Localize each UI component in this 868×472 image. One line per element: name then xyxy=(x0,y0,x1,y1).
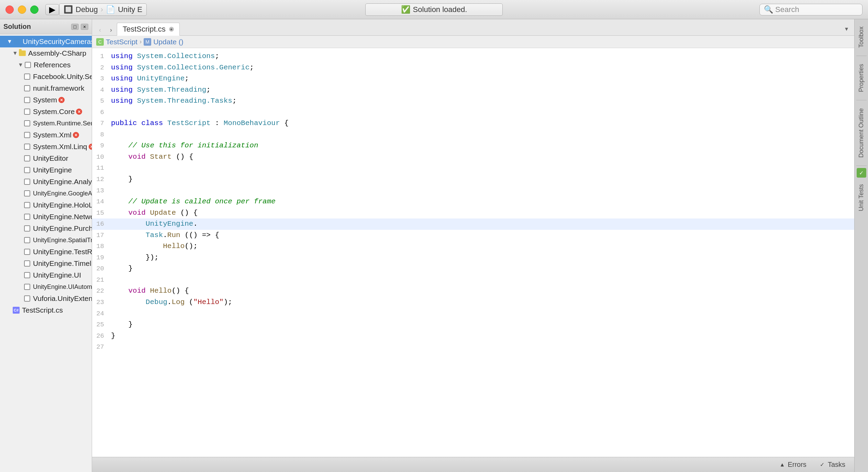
panel-separator-1 xyxy=(856,56,867,56)
unit-tests-icon[interactable]: ✓ xyxy=(857,168,866,178)
play-icon: ▶ xyxy=(49,5,55,14)
tab-dropdown[interactable]: ▾ xyxy=(841,22,852,35)
forward-button[interactable]: › xyxy=(106,24,116,35)
ref-icon-unity-testrunner xyxy=(23,248,31,256)
debug-icon: 🔲 xyxy=(64,5,73,14)
ref-facebook[interactable]: Facebook.Unity.Settings xyxy=(0,71,92,82)
main-container: Solution □ × ▼ UnitySecurityCameras ⚙ ▼ xyxy=(0,19,868,472)
ref-system-core[interactable]: System.Core × xyxy=(0,106,92,117)
close-button[interactable] xyxy=(5,5,14,14)
ref-unity-timeline[interactable]: UnityEngine.Timeline xyxy=(0,258,92,269)
ref-unity-spatial[interactable]: UnityEngine.SpatialTracking xyxy=(0,234,92,246)
traffic-lights xyxy=(5,5,38,14)
ref-unity-purchasing-label: UnityEngine.Purchasing xyxy=(33,224,92,233)
ref-unity-google-label: UnityEngine.GoogleAudioSpat xyxy=(33,190,92,197)
titlebar: ▶ 🔲 Debug › 📄 Unity E ✅ Solution loaded.… xyxy=(0,0,868,19)
project-item[interactable]: ▼ UnitySecurityCameras ⚙ xyxy=(0,36,92,47)
active-tab[interactable]: TestScript.cs ● xyxy=(117,23,180,36)
toolbox-tab[interactable]: Toolbox xyxy=(856,21,867,54)
ref-unity-analytics[interactable]: UnityEngine.Analytics xyxy=(0,176,92,188)
code-line-1: 1 using System.Collections; xyxy=(92,51,854,62)
sidebar-header: Solution □ × xyxy=(0,19,92,34)
ref-facebook-label: Facebook.Unity.Settings xyxy=(33,72,92,81)
debug-selector[interactable]: 🔲 Debug › 📄 Unity E xyxy=(59,3,147,16)
panel-separator-2 xyxy=(856,100,867,100)
references-label: References xyxy=(34,61,70,69)
sidebar-minimize-btn[interactable]: □ xyxy=(71,24,79,30)
error-badge-system-core: × xyxy=(76,109,82,115)
ref-unity-editor[interactable]: UnityEditor xyxy=(0,153,92,164)
status-bar: ✅ Solution loaded. xyxy=(365,3,503,16)
properties-tab[interactable]: Properties xyxy=(856,58,867,98)
back-button[interactable]: ‹ xyxy=(95,24,105,35)
ref-icon-unity-spatial xyxy=(23,236,31,244)
code-line-20: 20 } xyxy=(92,263,854,274)
tab-bar: ‹ › TestScript.cs ● ▾ xyxy=(92,19,854,36)
minimize-button[interactable] xyxy=(18,5,26,14)
ref-unity-analytics-label: UnityEngine.Analytics xyxy=(33,178,92,186)
code-line-21: 21 xyxy=(92,274,854,286)
ref-unity-uiautomation[interactable]: UnityEngine.UIAutomation xyxy=(0,281,92,293)
sidebar-close-btn[interactable]: × xyxy=(81,24,88,30)
ref-unity-networking[interactable]: UnityEngine.Networking xyxy=(0,211,92,223)
assembly-icon xyxy=(19,49,26,57)
code-line-2: 2 using System.Collections.Generic; xyxy=(92,62,854,74)
ref-nunit[interactable]: nunit.framework xyxy=(0,82,92,94)
breadcrumb-method[interactable]: Update () xyxy=(153,38,183,46)
cs-file-icon: C# xyxy=(12,306,20,314)
search-bar[interactable]: 🔍 Search xyxy=(759,4,863,15)
ref-unity-purchasing[interactable]: UnityEngine.Purchasing xyxy=(0,223,92,234)
ref-icon-nunit xyxy=(23,85,31,92)
document-outline-tab[interactable]: Document Outline xyxy=(856,102,867,164)
panel-separator-3 xyxy=(856,166,867,166)
project-arrow: ▼ xyxy=(7,38,13,45)
sidebar-tree: ▼ UnitySecurityCameras ⚙ ▼ Assembly-CSha… xyxy=(0,34,92,472)
ref-unity-engine[interactable]: UnityEngine xyxy=(0,164,92,176)
tab-close-button[interactable]: ● xyxy=(169,27,174,32)
ref-unity-google[interactable]: UnityEngine.GoogleAudioSpat xyxy=(0,188,92,199)
assembly-item[interactable]: ▼ Assembly-CSharp xyxy=(0,47,92,59)
breadcrumb-class[interactable]: TestScript xyxy=(106,38,137,46)
code-line-26: 26 } xyxy=(92,330,854,342)
right-panel: Toolbox Properties Document Outline ✓ Un… xyxy=(854,19,868,472)
code-line-18: 18 Hello(); xyxy=(92,241,854,252)
code-line-15: 15 void Update () { xyxy=(92,207,854,219)
ref-icon-unity-timeline xyxy=(23,260,31,267)
tab-label: TestScript.cs xyxy=(123,25,166,34)
ref-system-xml-linq[interactable]: System.Xml.Linq × xyxy=(0,141,92,153)
ref-unity-hololens[interactable]: UnityEngine.HoloLens xyxy=(0,199,92,211)
ref-system-runtime[interactable]: System.Runtime.Serialization xyxy=(0,117,92,129)
ref-system-xml[interactable]: System.Xml × xyxy=(0,129,92,141)
project-label: Unity E xyxy=(118,5,142,14)
ref-icon-system-core xyxy=(23,108,31,115)
code-line-11: 11 xyxy=(92,162,854,174)
code-line-13: 13 xyxy=(92,185,854,196)
ref-unity-editor-label: UnityEditor xyxy=(33,154,68,162)
ref-unity-ui[interactable]: UnityEngine.UI xyxy=(0,269,92,281)
code-line-12: 12 } xyxy=(92,174,854,185)
ref-icon-unity-ui xyxy=(23,271,31,279)
errors-label: Errors xyxy=(788,461,806,469)
errors-button[interactable]: ▲ Errors xyxy=(775,459,810,470)
code-editor[interactable]: 1 using System.Collections; 2 using Syst… xyxy=(92,48,854,457)
code-line-23: 23 Debug.Log ("Hello"); xyxy=(92,297,854,308)
ref-unity-testrunner[interactable]: UnityEngine.TestRunner xyxy=(0,246,92,258)
ref-unity-networking-label: UnityEngine.Networking xyxy=(33,213,92,221)
unity-icon: 📄 xyxy=(106,5,115,14)
run-button[interactable]: ▶ xyxy=(45,4,59,15)
ref-system[interactable]: System × xyxy=(0,94,92,106)
testscript-item[interactable]: C# TestScript.cs xyxy=(0,304,92,316)
maximize-button[interactable] xyxy=(30,5,38,14)
ref-icon-unity-hololens xyxy=(23,201,31,209)
solution-title: Solution xyxy=(3,23,31,31)
ref-vuforia[interactable]: Vuforia.UnityExtensions xyxy=(0,293,92,304)
sidebar-controls: □ × xyxy=(71,24,88,30)
tasks-button[interactable]: ✓ Tasks xyxy=(815,459,849,470)
references-item[interactable]: ▼ References xyxy=(0,59,92,71)
code-line-14: 14 // Update is called once per frame xyxy=(92,196,854,207)
ref-icon-unity-analytics xyxy=(23,178,31,186)
unit-tests-tab[interactable]: Unit Tests xyxy=(856,178,867,217)
code-line-17: 17 Task.Run (() => { xyxy=(92,230,854,241)
ref-icon-vuforia xyxy=(23,295,31,302)
sidebar: Solution □ × ▼ UnitySecurityCameras ⚙ ▼ xyxy=(0,19,92,472)
